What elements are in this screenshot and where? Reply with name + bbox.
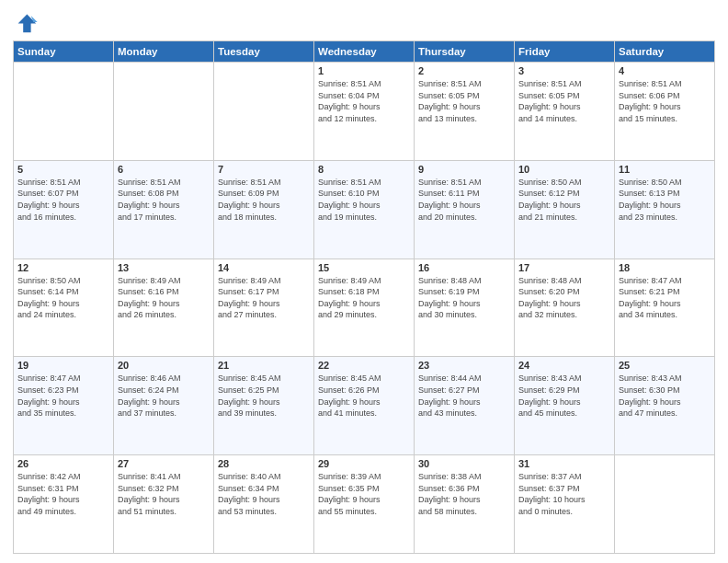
calendar-cell bbox=[114, 63, 214, 161]
calendar-cell bbox=[14, 63, 114, 161]
day-info: Sunrise: 8:47 AM Sunset: 6:23 PM Dayligh… bbox=[17, 373, 109, 419]
calendar-cell: 25Sunrise: 8:43 AM Sunset: 6:30 PM Dayli… bbox=[615, 357, 715, 455]
calendar-cell: 21Sunrise: 8:45 AM Sunset: 6:25 PM Dayli… bbox=[214, 357, 314, 455]
day-info: Sunrise: 8:45 AM Sunset: 6:25 PM Dayligh… bbox=[218, 373, 310, 419]
day-number: 10 bbox=[518, 164, 610, 175]
calendar-cell: 10Sunrise: 8:50 AM Sunset: 6:12 PM Dayli… bbox=[515, 160, 615, 259]
week-row-5: 26Sunrise: 8:42 AM Sunset: 6:31 PM Dayli… bbox=[14, 455, 715, 554]
day-info: Sunrise: 8:42 AM Sunset: 6:31 PM Dayligh… bbox=[17, 471, 109, 517]
calendar-cell: 18Sunrise: 8:47 AM Sunset: 6:21 PM Dayli… bbox=[615, 259, 715, 357]
calendar-cell: 2Sunrise: 8:51 AM Sunset: 6:05 PM Daylig… bbox=[415, 63, 515, 161]
day-number: 7 bbox=[218, 164, 310, 175]
weekday-header-saturday: Saturday bbox=[615, 41, 715, 63]
day-info: Sunrise: 8:50 AM Sunset: 6:12 PM Dayligh… bbox=[518, 177, 610, 223]
calendar-cell: 13Sunrise: 8:49 AM Sunset: 6:16 PM Dayli… bbox=[114, 259, 214, 357]
day-number: 2 bbox=[418, 65, 510, 76]
calendar-cell: 30Sunrise: 8:38 AM Sunset: 6:36 PM Dayli… bbox=[415, 455, 515, 554]
weekday-header-sunday: Sunday bbox=[14, 41, 114, 63]
day-info: Sunrise: 8:38 AM Sunset: 6:36 PM Dayligh… bbox=[418, 471, 510, 517]
day-number: 14 bbox=[218, 262, 310, 273]
calendar-cell: 8Sunrise: 8:51 AM Sunset: 6:10 PM Daylig… bbox=[314, 160, 415, 259]
day-info: Sunrise: 8:46 AM Sunset: 6:24 PM Dayligh… bbox=[118, 373, 210, 419]
weekday-header-thursday: Thursday bbox=[415, 41, 515, 63]
calendar-cell: 27Sunrise: 8:41 AM Sunset: 6:32 PM Dayli… bbox=[114, 455, 214, 554]
calendar-cell: 7Sunrise: 8:51 AM Sunset: 6:09 PM Daylig… bbox=[214, 160, 314, 259]
calendar-cell: 28Sunrise: 8:40 AM Sunset: 6:34 PM Dayli… bbox=[214, 455, 314, 554]
week-row-3: 12Sunrise: 8:50 AM Sunset: 6:14 PM Dayli… bbox=[14, 259, 715, 357]
day-info: Sunrise: 8:49 AM Sunset: 6:16 PM Dayligh… bbox=[118, 275, 210, 321]
logo-icon bbox=[13, 9, 39, 35]
day-number: 3 bbox=[518, 65, 610, 76]
day-info: Sunrise: 8:39 AM Sunset: 6:35 PM Dayligh… bbox=[318, 471, 410, 517]
calendar-cell: 15Sunrise: 8:49 AM Sunset: 6:18 PM Dayli… bbox=[314, 259, 415, 357]
calendar-cell: 11Sunrise: 8:50 AM Sunset: 6:13 PM Dayli… bbox=[615, 160, 715, 259]
page: SundayMondayTuesdayWednesdayThursdayFrid… bbox=[0, 0, 728, 563]
day-number: 27 bbox=[118, 458, 210, 469]
day-number: 9 bbox=[418, 164, 510, 175]
weekday-header-wednesday: Wednesday bbox=[314, 41, 415, 63]
calendar-cell: 29Sunrise: 8:39 AM Sunset: 6:35 PM Dayli… bbox=[314, 455, 415, 554]
day-info: Sunrise: 8:51 AM Sunset: 6:06 PM Dayligh… bbox=[619, 78, 711, 124]
day-number: 19 bbox=[17, 360, 109, 371]
calendar-cell: 1Sunrise: 8:51 AM Sunset: 6:04 PM Daylig… bbox=[314, 63, 415, 161]
day-number: 8 bbox=[318, 164, 410, 175]
weekday-header-monday: Monday bbox=[114, 41, 214, 63]
day-info: Sunrise: 8:40 AM Sunset: 6:34 PM Dayligh… bbox=[218, 471, 310, 517]
calendar-cell bbox=[214, 63, 314, 161]
day-info: Sunrise: 8:50 AM Sunset: 6:13 PM Dayligh… bbox=[619, 177, 711, 223]
day-info: Sunrise: 8:47 AM Sunset: 6:21 PM Dayligh… bbox=[619, 275, 711, 321]
day-number: 15 bbox=[318, 262, 410, 273]
day-info: Sunrise: 8:48 AM Sunset: 6:20 PM Dayligh… bbox=[518, 275, 610, 321]
day-number: 28 bbox=[218, 458, 310, 469]
day-info: Sunrise: 8:51 AM Sunset: 6:05 PM Dayligh… bbox=[418, 78, 510, 124]
day-number: 18 bbox=[619, 262, 711, 273]
calendar-cell: 23Sunrise: 8:44 AM Sunset: 6:27 PM Dayli… bbox=[415, 357, 515, 455]
day-number: 12 bbox=[17, 262, 109, 273]
day-number: 5 bbox=[17, 164, 109, 175]
week-row-1: 1Sunrise: 8:51 AM Sunset: 6:04 PM Daylig… bbox=[14, 63, 715, 161]
week-row-2: 5Sunrise: 8:51 AM Sunset: 6:07 PM Daylig… bbox=[14, 160, 715, 259]
calendar-cell: 22Sunrise: 8:45 AM Sunset: 6:26 PM Dayli… bbox=[314, 357, 415, 455]
day-number: 25 bbox=[619, 360, 711, 371]
weekday-header-row: SundayMondayTuesdayWednesdayThursdayFrid… bbox=[14, 41, 715, 63]
header bbox=[13, 9, 715, 35]
day-number: 20 bbox=[118, 360, 210, 371]
day-info: Sunrise: 8:41 AM Sunset: 6:32 PM Dayligh… bbox=[118, 471, 210, 517]
weekday-header-tuesday: Tuesday bbox=[214, 41, 314, 63]
day-number: 31 bbox=[518, 458, 610, 469]
calendar-table: SundayMondayTuesdayWednesdayThursdayFrid… bbox=[13, 40, 715, 554]
day-info: Sunrise: 8:44 AM Sunset: 6:27 PM Dayligh… bbox=[418, 373, 510, 419]
day-info: Sunrise: 8:50 AM Sunset: 6:14 PM Dayligh… bbox=[17, 275, 109, 321]
day-info: Sunrise: 8:51 AM Sunset: 6:04 PM Dayligh… bbox=[318, 78, 410, 124]
calendar-cell: 20Sunrise: 8:46 AM Sunset: 6:24 PM Dayli… bbox=[114, 357, 214, 455]
day-info: Sunrise: 8:51 AM Sunset: 6:05 PM Dayligh… bbox=[518, 78, 610, 124]
day-number: 16 bbox=[418, 262, 510, 273]
calendar-cell: 9Sunrise: 8:51 AM Sunset: 6:11 PM Daylig… bbox=[415, 160, 515, 259]
calendar-cell: 19Sunrise: 8:47 AM Sunset: 6:23 PM Dayli… bbox=[14, 357, 114, 455]
day-info: Sunrise: 8:37 AM Sunset: 6:37 PM Dayligh… bbox=[518, 471, 610, 517]
day-info: Sunrise: 8:49 AM Sunset: 6:17 PM Dayligh… bbox=[218, 275, 310, 321]
day-number: 24 bbox=[518, 360, 610, 371]
day-number: 6 bbox=[118, 164, 210, 175]
day-number: 4 bbox=[619, 65, 711, 76]
day-number: 17 bbox=[518, 262, 610, 273]
day-info: Sunrise: 8:51 AM Sunset: 6:10 PM Dayligh… bbox=[318, 177, 410, 223]
weekday-header-friday: Friday bbox=[515, 41, 615, 63]
day-info: Sunrise: 8:45 AM Sunset: 6:26 PM Dayligh… bbox=[318, 373, 410, 419]
day-info: Sunrise: 8:49 AM Sunset: 6:18 PM Dayligh… bbox=[318, 275, 410, 321]
week-row-4: 19Sunrise: 8:47 AM Sunset: 6:23 PM Dayli… bbox=[14, 357, 715, 455]
day-number: 1 bbox=[318, 65, 410, 76]
calendar-cell: 4Sunrise: 8:51 AM Sunset: 6:06 PM Daylig… bbox=[615, 63, 715, 161]
day-info: Sunrise: 8:51 AM Sunset: 6:09 PM Dayligh… bbox=[218, 177, 310, 223]
day-info: Sunrise: 8:51 AM Sunset: 6:08 PM Dayligh… bbox=[118, 177, 210, 223]
svg-marker-0 bbox=[18, 15, 37, 33]
calendar-cell: 16Sunrise: 8:48 AM Sunset: 6:19 PM Dayli… bbox=[415, 259, 515, 357]
day-info: Sunrise: 8:43 AM Sunset: 6:29 PM Dayligh… bbox=[518, 373, 610, 419]
calendar-cell: 17Sunrise: 8:48 AM Sunset: 6:20 PM Dayli… bbox=[515, 259, 615, 357]
day-number: 29 bbox=[318, 458, 410, 469]
calendar-cell bbox=[615, 455, 715, 554]
day-info: Sunrise: 8:43 AM Sunset: 6:30 PM Dayligh… bbox=[619, 373, 711, 419]
calendar-cell: 26Sunrise: 8:42 AM Sunset: 6:31 PM Dayli… bbox=[14, 455, 114, 554]
day-number: 26 bbox=[17, 458, 109, 469]
calendar-cell: 5Sunrise: 8:51 AM Sunset: 6:07 PM Daylig… bbox=[14, 160, 114, 259]
